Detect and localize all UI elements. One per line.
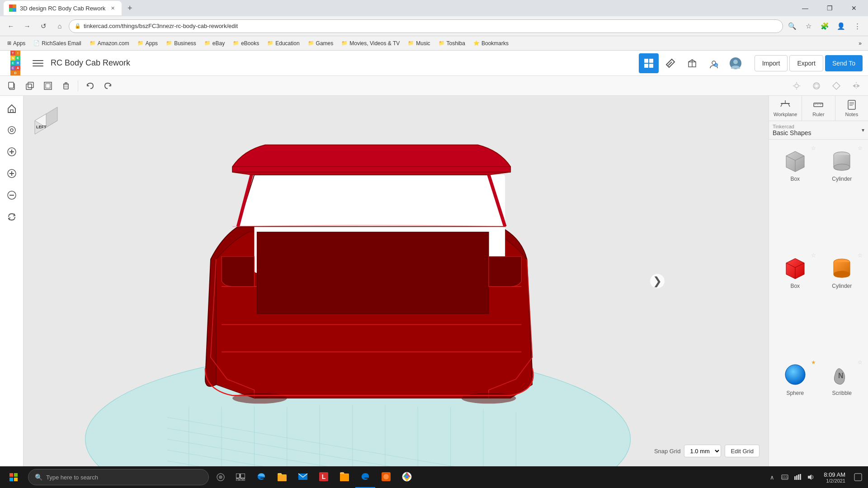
taskbar-app-edge[interactable] xyxy=(251,466,271,488)
orbit-button[interactable] xyxy=(3,121,21,139)
undo-button[interactable] xyxy=(82,78,98,94)
duplicate-button[interactable] xyxy=(22,78,38,94)
back-button[interactable]: ← xyxy=(4,19,18,33)
shape-cylinder-gray[interactable]: ☆ Cylinder xyxy=(820,143,865,249)
bookmark-games[interactable]: 📁 Games xyxy=(304,39,337,48)
profile-button[interactable]: 👤 xyxy=(834,19,848,33)
svg-rect-6 xyxy=(644,64,648,68)
group-button[interactable] xyxy=(828,78,844,94)
star-icon[interactable]: ☆ xyxy=(811,145,816,151)
tab-close-btn[interactable]: ✕ xyxy=(109,5,116,12)
bookmark-music[interactable]: 📁 Music xyxy=(404,39,434,48)
clock-time: 8:09 AM xyxy=(824,471,845,478)
refresh-button[interactable]: ↺ xyxy=(36,19,51,33)
taskbar-app-lens[interactable]: L xyxy=(314,466,334,488)
home-view-button[interactable] xyxy=(3,99,21,117)
cortana-button[interactable] xyxy=(212,468,230,486)
minimize-button[interactable]: — xyxy=(795,0,816,16)
taskbar-app-explorer[interactable] xyxy=(272,466,292,488)
bookmark-toshiba[interactable]: 📁 Toshiba xyxy=(435,39,469,48)
menu-button[interactable]: ⋮ xyxy=(850,19,864,33)
orange-app-icon xyxy=(381,471,392,482)
bookmark-apps2[interactable]: 📁 Apps xyxy=(134,39,161,48)
bookmark-business[interactable]: 📁 Business xyxy=(162,39,200,48)
tinkercad-logo[interactable]: T I N K E R C A D xyxy=(5,51,25,75)
tray-chevron-button[interactable]: ∧ xyxy=(767,472,778,483)
import-button[interactable]: Import xyxy=(755,55,788,71)
group-icon xyxy=(832,81,841,90)
align-button[interactable] xyxy=(808,78,825,94)
redo-button[interactable] xyxy=(100,78,116,94)
taskbar-app-files[interactable] xyxy=(335,466,354,488)
forward-button[interactable]: → xyxy=(20,19,34,33)
ruler-button[interactable]: Ruler xyxy=(802,96,835,121)
shapes-dropdown-button[interactable]: ▾ xyxy=(862,127,864,133)
frame-button[interactable] xyxy=(40,78,56,94)
search-button[interactable]: 🔍 xyxy=(785,19,799,33)
tray-keyboard-icon[interactable] xyxy=(779,472,790,483)
shape-cylinder-orange[interactable]: ☆ Cylinder xyxy=(820,250,865,356)
tray-network-icon[interactable] xyxy=(792,472,803,483)
shape-box-gray[interactable]: ☆ Box xyxy=(773,143,818,249)
scroll-right-button[interactable]: ❯ xyxy=(650,274,665,288)
add-object-button[interactable] xyxy=(3,143,21,161)
bookmarks-more-button[interactable]: » xyxy=(856,39,864,48)
maximize-button[interactable]: ❐ xyxy=(819,0,840,16)
grid-view-button[interactable] xyxy=(639,53,659,73)
shape-scribble[interactable]: ☆ N Scribble xyxy=(820,357,865,463)
favorites-button[interactable]: ☆ xyxy=(801,19,816,33)
bookmark-amazon[interactable]: 📁 Amazon.com xyxy=(86,39,133,48)
account-avatar[interactable] xyxy=(726,53,745,73)
tray-clock[interactable]: 8:09 AM 1/2/2021 xyxy=(820,471,849,483)
bookmark-ebay[interactable]: 📁 eBay xyxy=(201,39,228,48)
bookmark-apps-waffle[interactable]: ⊞ Apps xyxy=(4,39,29,48)
new-tab-button[interactable]: + xyxy=(123,2,136,14)
extensions-button[interactable]: 🧩 xyxy=(817,19,832,33)
bookmark-movies[interactable]: 📁 Movies, Videos & TV xyxy=(338,39,403,48)
browser-tab[interactable]: 3D design RC Body Cab Rework ✕ xyxy=(4,1,122,15)
star-filled-icon[interactable]: ★ xyxy=(811,359,816,366)
shape-box-red[interactable]: ☆ Box xyxy=(773,250,818,356)
bookmark-ebooks[interactable]: 📁 eBooks xyxy=(229,39,263,48)
workplane-button[interactable]: Workplane xyxy=(769,96,802,121)
canvas-area[interactable]: LEFT xyxy=(24,96,769,466)
rotate-button[interactable] xyxy=(3,208,21,226)
notification-button[interactable] xyxy=(850,466,866,488)
close-button[interactable]: ✕ xyxy=(844,0,864,16)
home-button[interactable]: ⌂ xyxy=(52,19,67,33)
address-bar[interactable]: 🔒 tinkercad.com/things/bszFC3nnezr-rc-bo… xyxy=(69,19,783,33)
menu-icon[interactable] xyxy=(31,56,45,70)
export-button[interactable]: Export xyxy=(789,55,823,71)
zoom-in-button[interactable] xyxy=(3,164,21,183)
user-button[interactable]: ⚙ xyxy=(704,53,724,73)
logo-cell-r: R xyxy=(15,61,20,66)
light-button[interactable] xyxy=(788,78,805,94)
star-icon[interactable]: ☆ xyxy=(858,252,863,258)
taskbar-app-orange[interactable] xyxy=(376,466,396,488)
star-icon[interactable]: ☆ xyxy=(811,252,816,258)
delete-button[interactable] xyxy=(58,78,74,94)
copy-button[interactable] xyxy=(4,78,20,94)
package-button[interactable] xyxy=(682,53,702,73)
star-icon[interactable]: ☆ xyxy=(858,145,863,151)
taskbar-app-chrome[interactable] xyxy=(397,466,417,488)
tray-volume-icon[interactable] xyxy=(805,472,816,483)
shape-sphere-blue[interactable]: ★ Sphere xyxy=(773,357,818,463)
home-icon xyxy=(7,103,17,113)
snap-grid-select[interactable]: 1.0 mm 0.5 mm 2.0 mm xyxy=(684,445,721,457)
start-button[interactable] xyxy=(2,466,25,488)
bookmark-education[interactable]: 📁 Education xyxy=(264,39,303,48)
notes-button[interactable]: Notes xyxy=(835,96,868,121)
task-view-button[interactable] xyxy=(231,466,250,488)
mirror-button[interactable] xyxy=(848,78,864,94)
edit-grid-button[interactable]: Edit Grid xyxy=(725,445,760,457)
send-to-button[interactable]: Send To xyxy=(825,55,863,71)
taskbar-search[interactable]: 🔍 Type here to search xyxy=(28,469,209,485)
bookmark-richsales[interactable]: 📄 RichSales Email xyxy=(30,39,85,48)
taskbar-app-mail[interactable] xyxy=(293,466,313,488)
tools-button[interactable] xyxy=(660,53,680,73)
star-icon[interactable]: ☆ xyxy=(858,359,863,366)
bookmark-bookmarks[interactable]: ⭐ Bookmarks xyxy=(470,39,512,48)
taskbar-app-edge2[interactable] xyxy=(355,466,375,488)
zoom-out-button[interactable] xyxy=(3,186,21,204)
